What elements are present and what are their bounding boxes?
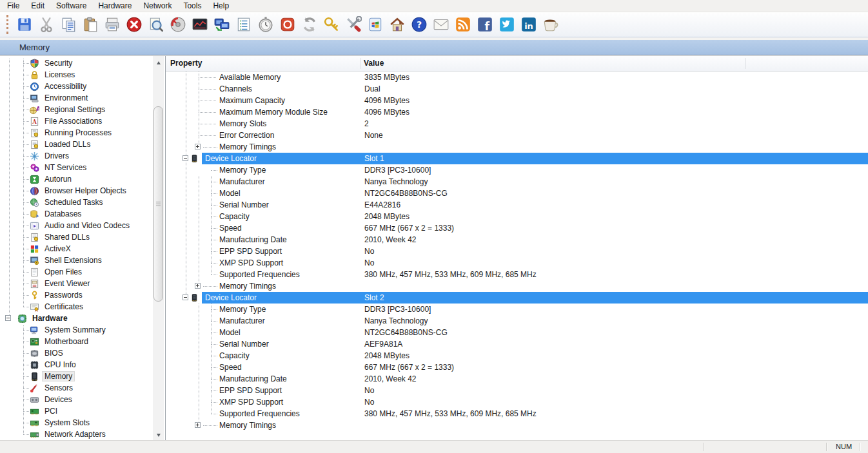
menu-item-help[interactable]: Help	[207, 0, 235, 12]
column-divider[interactable]	[360, 58, 360, 69]
rss-button[interactable]	[452, 14, 474, 35]
menu-item-hardware[interactable]: Hardware	[92, 0, 137, 12]
report-list-button[interactable]	[233, 14, 255, 35]
property-row[interactable]: Supported Frequencies380 MHz, 457 MHz, 5…	[166, 408, 868, 419]
property-row[interactable]: Speed667 MHz (667 x 2 = 1333)	[166, 361, 868, 373]
property-row[interactable]: Manufacturing Date2010, Week 42	[166, 373, 868, 385]
refresh-button[interactable]	[299, 14, 321, 35]
menu-item-file[interactable]: File	[1, 0, 25, 12]
sidebar-item-label: Audio and Video Codecs	[43, 221, 132, 230]
property-row[interactable]: Memory TypeDDR3 [PC3-10600]	[166, 304, 868, 315]
expand-toggle-icon[interactable]	[195, 144, 201, 149]
property-row[interactable]: Manufacturing Date2010, Week 42	[166, 234, 868, 246]
list-connector-line	[199, 72, 199, 147]
property-row[interactable]: Memory Timings	[166, 280, 868, 292]
property-row[interactable]: EPP SPD SupportNo	[166, 385, 868, 396]
sidebar: SecurityLicensesAccessibilityEnvironment…	[0, 56, 166, 440]
property-cell: Error Correction	[219, 131, 274, 140]
coffee-button[interactable]	[540, 14, 562, 35]
property-row[interactable]: Capacity2048 MBytes	[166, 211, 868, 222]
scrollbar-thumb[interactable]	[153, 106, 163, 302]
cancel-button[interactable]	[123, 14, 145, 35]
toolbar-grip-handle[interactable]	[6, 15, 10, 34]
license-key-button[interactable]	[321, 14, 342, 35]
paste-button[interactable]	[79, 14, 101, 35]
property-row[interactable]: Maximum Memory Module Size4096 MBytes	[166, 106, 868, 118]
home-button[interactable]	[386, 14, 408, 35]
twitter-button[interactable]	[496, 14, 518, 35]
value-cell: AEF9A81A	[364, 340, 402, 349]
email-button[interactable]	[430, 14, 452, 35]
property-row[interactable]: Supported Frequencies380 MHz, 457 MHz, 5…	[166, 269, 868, 280]
column-header-value[interactable]: Value	[364, 59, 384, 68]
property-row[interactable]: ModelNT2GC64B88B0NS-CG	[166, 327, 868, 338]
scrollbar-up-button[interactable]	[153, 57, 164, 68]
property-row[interactable]: Capacity2048 MBytes	[166, 350, 868, 361]
property-row[interactable]: ManufacturerNanya Technology	[166, 176, 868, 188]
property-row[interactable]: Memory Timings	[166, 419, 868, 431]
property-row[interactable]: EPP SPD SupportNo	[166, 246, 868, 257]
menu-item-network[interactable]: Network	[137, 0, 177, 12]
sidebar-item-hardware[interactable]: Hardware	[0, 313, 152, 324]
property-row[interactable]: XMP SPD SupportNo	[166, 257, 868, 269]
windows-update-button[interactable]	[364, 14, 386, 35]
gauge-button[interactable]	[167, 14, 189, 35]
print-button[interactable]	[101, 14, 123, 35]
content-area: SecurityLicensesAccessibilityEnvironment…	[0, 56, 868, 440]
property-cell: Memory Slots	[219, 119, 266, 128]
preview-button[interactable]	[145, 14, 167, 35]
property-row[interactable]: Serial NumberAEF9A81A	[166, 338, 868, 350]
property-row[interactable]: Memory Timings	[166, 141, 868, 153]
cut-button[interactable]	[35, 14, 57, 35]
monitor-graph-button[interactable]	[189, 14, 211, 35]
property-cell: Memory Timings	[219, 282, 276, 291]
property-row[interactable]: ManufacturerNanya Technology	[166, 315, 868, 327]
property-cell: Speed	[219, 224, 242, 233]
property-row[interactable]: Error CorrectionNone	[166, 130, 868, 141]
device-locator-row[interactable]: Device LocatorSlot 1	[166, 153, 868, 164]
value-cell: 2	[364, 119, 369, 128]
collapse-toggle-icon[interactable]	[182, 155, 188, 161]
value-cell: No	[364, 247, 374, 256]
expand-toggle-icon[interactable]	[195, 283, 201, 289]
tools-button[interactable]	[342, 14, 364, 35]
sidebar-scrollbar[interactable]	[153, 56, 164, 440]
stopwatch-button[interactable]	[255, 14, 277, 35]
value-cell: Nanya Technology	[364, 177, 428, 186]
expand-toggle-icon[interactable]	[195, 422, 201, 428]
device-locator-row[interactable]: Device LocatorSlot 2	[166, 292, 868, 304]
property-row[interactable]: Available Memory3835 MBytes	[166, 72, 868, 83]
copy-button[interactable]	[57, 14, 79, 35]
help-icon: ?	[411, 16, 428, 33]
value-cell: 380 MHz, 457 MHz, 533 MHz, 609 MHz, 685 …	[364, 270, 537, 279]
property-row[interactable]: ChannelsDual	[166, 83, 868, 95]
collapse-toggle-icon[interactable]	[182, 294, 188, 300]
property-row[interactable]: XMP SPD SupportNo	[166, 396, 868, 408]
menu-item-software[interactable]: Software	[50, 0, 92, 12]
column-divider[interactable]	[745, 58, 746, 69]
property-row[interactable]: Serial NumberE44A2816	[166, 199, 868, 211]
property-row[interactable]: Speed667 MHz (667 x 2 = 1333)	[166, 222, 868, 234]
property-cell: EPP SPD Support	[219, 247, 282, 256]
property-row[interactable]: Memory TypeDDR3 [PC3-10600]	[166, 164, 868, 176]
devices-icon	[30, 395, 39, 405]
network-computers-button[interactable]	[211, 14, 233, 35]
facebook-button[interactable]: f	[474, 14, 496, 35]
property-row[interactable]: Maximum Capacity4096 MBytes	[166, 95, 868, 106]
copy-icon	[60, 16, 77, 33]
column-header-property[interactable]: Property	[170, 59, 202, 68]
sidebar-item-label: Licenses	[43, 70, 77, 79]
value-cell: No	[364, 258, 374, 267]
system-slots-icon	[30, 418, 39, 428]
menu-item-edit[interactable]: Edit	[25, 0, 50, 12]
help-button[interactable]: ?	[408, 14, 430, 35]
scrollbar-down-button[interactable]	[153, 430, 164, 440]
property-row[interactable]: ModelNT2GC64B88B0NS-CG	[166, 188, 868, 199]
menu-item-tools[interactable]: Tools	[177, 0, 207, 12]
save-button[interactable]	[14, 14, 35, 35]
property-row[interactable]: Memory Slots2	[166, 118, 868, 130]
paste-icon	[82, 16, 99, 33]
collapse-toggle-icon[interactable]	[5, 315, 11, 321]
shutdown-button[interactable]	[277, 14, 299, 35]
linkedin-button[interactable]: in	[518, 14, 540, 35]
